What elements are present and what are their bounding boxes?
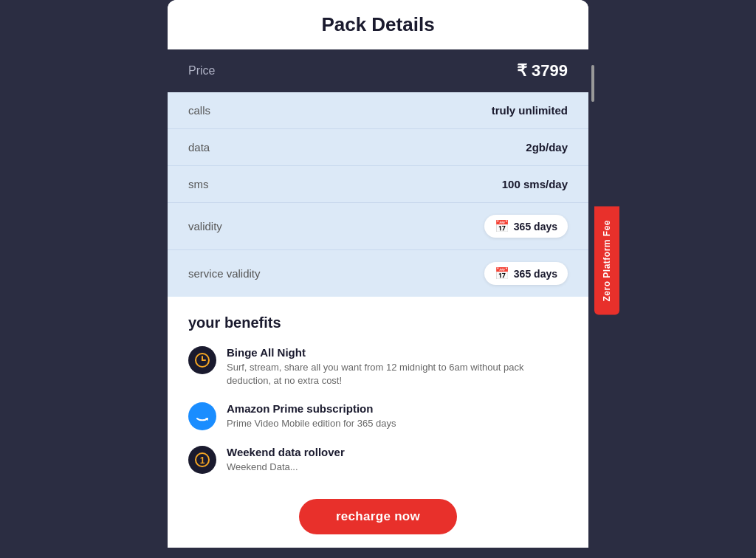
page-title: Pack Details (185, 13, 571, 36)
sms-value: 100 sms/day (502, 178, 568, 190)
detail-row-service-validity: service validity 📅 365 days (168, 250, 588, 297)
validity-badge: 📅 365 days (484, 215, 568, 238)
price-value: ₹ 3799 (517, 61, 568, 80)
data-label: data (188, 141, 210, 154)
amazon-description: Prime Video Mobile edition for 365 days (227, 417, 396, 430)
weekend-text: Weekend data rollover Weekend Data... (227, 446, 345, 474)
binge-text: Binge All Night Surf, stream, share all … (227, 346, 568, 388)
price-row: Price ₹ 3799 (168, 49, 588, 92)
sms-label: sms (188, 178, 209, 190)
binge-icon (188, 346, 216, 374)
benefit-item-binge: Binge All Night Surf, stream, share all … (188, 346, 568, 388)
zero-platform-fee-badge: Zero Platform Fee (594, 207, 619, 315)
service-validity-label: service validity (188, 267, 261, 280)
detail-row-sms: sms 100 sms/day (168, 166, 588, 203)
recharge-btn-container: recharge now (168, 489, 588, 548)
amazon-text: Amazon Prime subscription Prime Video Mo… (227, 402, 396, 430)
binge-title: Binge All Night (227, 346, 568, 359)
benefit-item-amazon: Amazon Prime subscription Prime Video Mo… (188, 402, 568, 430)
service-validity-badge: 📅 365 days (484, 262, 568, 285)
benefits-title: your benefits (188, 314, 568, 331)
weekend-title: Weekend data rollover (227, 446, 345, 458)
calendar-icon-2: 📅 (495, 266, 509, 280)
recharge-now-button[interactable]: recharge now (299, 499, 457, 534)
binge-description: Surf, stream, share all you want from 12… (227, 361, 568, 388)
amazon-title: Amazon Prime subscription (227, 402, 396, 415)
weekend-description: Weekend Data... (227, 461, 345, 474)
card-header: Pack Details (168, 0, 588, 49)
validity-value: 365 days (514, 221, 557, 232)
calendar-icon: 📅 (495, 219, 509, 233)
validity-label: validity (188, 220, 222, 232)
amazon-icon (188, 402, 216, 430)
detail-row-data: data 2gb/day (168, 129, 588, 166)
detail-row-calls: calls truly unlimited (168, 92, 588, 129)
price-label: Price (188, 64, 215, 78)
scrollbar[interactable] (591, 65, 594, 102)
calls-value: truly unlimited (492, 104, 568, 117)
detail-row-validity: validity 📅 365 days (168, 203, 588, 250)
pack-details-card: Pack Details Price ₹ 3799 calls truly un… (168, 0, 588, 548)
page-wrapper: Pack Details Price ₹ 3799 calls truly un… (0, 0, 756, 558)
service-validity-value: 365 days (514, 268, 557, 280)
weekend-icon: 1 (188, 446, 216, 474)
calls-label: calls (188, 104, 210, 117)
details-section: calls truly unlimited data 2gb/day sms 1… (168, 92, 588, 297)
benefit-item-weekend: 1 Weekend data rollover Weekend Data... (188, 446, 568, 474)
svg-text:1: 1 (200, 455, 205, 466)
data-value: 2gb/day (526, 141, 568, 154)
